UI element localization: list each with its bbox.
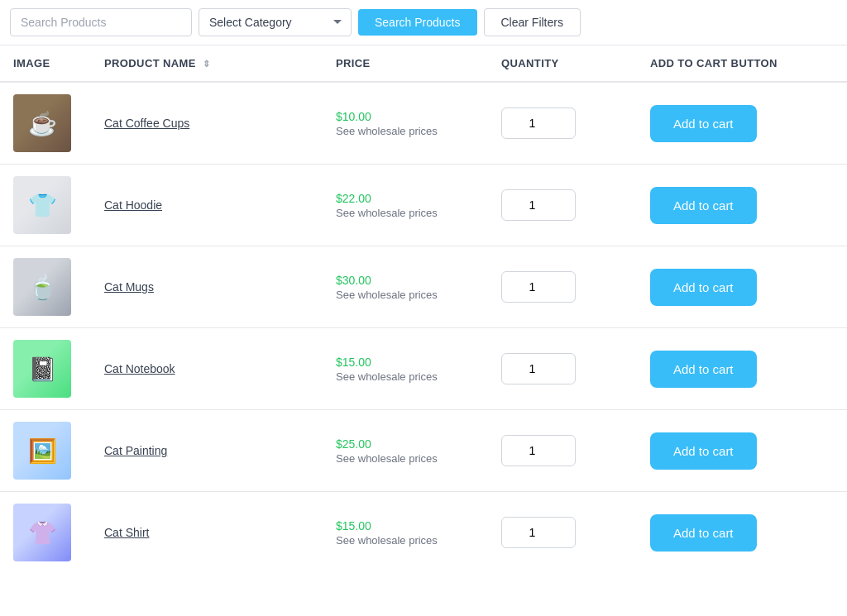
product-image-cell: ☕ [0,82,91,165]
quantity-input[interactable] [501,517,576,548]
product-cart-cell: Add to cart [637,165,847,246]
product-name-link[interactable]: Cat Mugs [104,280,154,294]
col-header-image: IMAGE [0,45,91,82]
product-wholesale-label[interactable]: See wholesale prices [336,370,475,383]
add-to-cart-button[interactable]: Add to cart [650,187,757,224]
col-header-quantity: QUANTITY [488,45,637,82]
product-price: $25.00 [336,437,475,451]
add-to-cart-button[interactable]: Add to cart [650,269,757,306]
product-name-link[interactable]: Cat Shirt [104,526,149,539]
add-to-cart-button[interactable]: Add to cart [650,351,757,388]
product-quantity-cell [488,82,637,165]
product-name-cell: Cat Notebook [91,328,323,410]
product-price-cell: $15.00 See wholesale prices [323,328,488,410]
product-wholesale-label[interactable]: See wholesale prices [336,207,475,219]
quantity-input[interactable] [501,353,576,384]
product-image: 🍵 [13,258,71,316]
product-cart-cell: Add to cart [637,328,847,410]
table-row: 👚 Cat Shirt $15.00 See wholesale prices … [0,492,847,574]
product-wholesale-label[interactable]: See wholesale prices [336,125,475,137]
add-to-cart-button[interactable]: Add to cart [650,432,757,470]
quantity-input[interactable] [501,435,576,466]
product-name-cell: Cat Mugs [91,246,323,328]
search-input[interactable] [10,8,192,36]
table-row: 🖼️ Cat Painting $25.00 See wholesale pri… [0,410,847,492]
product-quantity-cell [488,492,637,574]
product-quantity-cell [488,410,637,492]
product-image-cell: 👚 [0,492,91,574]
sort-icon[interactable]: ⇕ [203,59,210,69]
product-price: $15.00 [336,519,475,532]
product-image-cell: 👕 [0,165,91,246]
product-price-cell: $15.00 See wholesale prices [323,492,488,574]
product-price-cell: $25.00 See wholesale prices [323,410,488,492]
table-row: 🍵 Cat Mugs $30.00 See wholesale prices A… [0,246,847,328]
product-image: 🖼️ [13,422,71,480]
product-price: $10.00 [336,110,475,123]
product-name-link[interactable]: Cat Hoodie [104,198,162,212]
product-name-cell: Cat Shirt [91,492,323,574]
add-to-cart-button[interactable]: Add to cart [650,514,757,552]
quantity-input[interactable] [501,189,576,221]
add-to-cart-button[interactable]: Add to cart [650,105,757,142]
col-header-product-name[interactable]: PRODUCT NAME ⇕ [91,45,323,82]
product-image: 📓 [13,340,71,398]
product-name-cell: Cat Painting [91,410,323,492]
product-price-cell: $10.00 See wholesale prices [323,82,488,165]
product-image-cell: 🖼️ [0,410,91,492]
product-name-link[interactable]: Cat Painting [104,444,167,457]
product-wholesale-label[interactable]: See wholesale prices [336,452,475,465]
product-cart-cell: Add to cart [637,410,847,492]
category-select[interactable]: Select CategoryCupsClothingMugsNotebooks… [199,8,352,36]
product-cart-cell: Add to cart [637,82,847,165]
product-price: $22.00 [336,192,475,205]
product-wholesale-label[interactable]: See wholesale prices [336,534,475,547]
quantity-input[interactable] [501,271,576,303]
product-quantity-cell [488,328,637,410]
product-image: 👚 [13,504,71,561]
clear-filters-button[interactable]: Clear Filters [484,8,581,36]
product-price: $15.00 [336,356,475,369]
table-header-row: IMAGE PRODUCT NAME ⇕ PRICE QUANTITY ADD … [0,45,847,82]
search-button[interactable]: Search Products [358,9,477,36]
product-image: 👕 [13,176,71,234]
col-header-add-to-cart: ADD TO CART BUTTON [637,45,847,82]
product-name-cell: Cat Coffee Cups [91,82,323,165]
product-cart-cell: Add to cart [637,246,847,328]
product-cart-cell: Add to cart [637,492,847,574]
product-quantity-cell [488,165,637,246]
col-header-price: PRICE [323,45,488,82]
product-image-cell: 🍵 [0,246,91,328]
product-wholesale-label[interactable]: See wholesale prices [336,289,475,301]
product-image-cell: 📓 [0,328,91,410]
product-price-cell: $22.00 See wholesale prices [323,165,488,246]
product-image: ☕ [13,94,71,152]
product-name-link[interactable]: Cat Coffee Cups [104,117,189,130]
product-table: IMAGE PRODUCT NAME ⇕ PRICE QUANTITY ADD … [0,45,847,573]
product-name-link[interactable]: Cat Notebook [104,362,175,375]
table-row: ☕ Cat Coffee Cups $10.00 See wholesale p… [0,82,847,165]
toolbar: Select CategoryCupsClothingMugsNotebooks… [0,0,847,45]
table-row: 👕 Cat Hoodie $22.00 See wholesale prices… [0,165,847,246]
product-price: $30.00 [336,274,475,287]
product-price-cell: $30.00 See wholesale prices [323,246,488,328]
quantity-input[interactable] [501,107,576,139]
product-name-cell: Cat Hoodie [91,165,323,246]
product-quantity-cell [488,246,637,328]
table-row: 📓 Cat Notebook $15.00 See wholesale pric… [0,328,847,410]
